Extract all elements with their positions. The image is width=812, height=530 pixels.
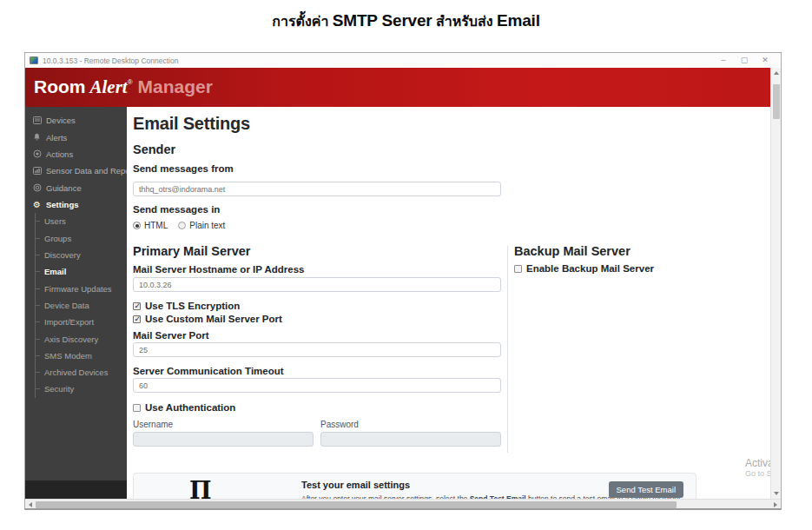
sender-heading: Sender bbox=[133, 142, 175, 156]
sidebar-subitem-device-data[interactable]: Device Data bbox=[36, 297, 127, 314]
sidebar-subitem-import-export[interactable]: Import/Export bbox=[36, 314, 127, 330]
sidebar-subitem-discovery[interactable]: Discovery bbox=[36, 247, 127, 263]
maximize-icon[interactable]: ▢ bbox=[734, 54, 755, 67]
window-titlebar: 10.0.3.153 - Remote Desktop Connection –… bbox=[25, 53, 781, 68]
subitem-label: Security bbox=[44, 384, 74, 394]
subitem-label: Import/Export bbox=[44, 317, 94, 327]
scroll-right-icon[interactable] bbox=[770, 500, 781, 509]
close-icon[interactable]: ✕ bbox=[755, 54, 776, 67]
host-input[interactable] bbox=[133, 277, 501, 292]
sidebar-item-actions[interactable]: Actions bbox=[25, 146, 127, 162]
alerts-icon bbox=[32, 133, 42, 142]
vertical-scrollbar-thumb[interactable] bbox=[773, 84, 780, 119]
subitem-label: Users bbox=[44, 216, 66, 226]
primary-mail-server-heading: Primary Mail Server bbox=[133, 244, 250, 258]
use-tls-checkbox[interactable]: Use TLS Encryption bbox=[133, 301, 240, 311]
sidebar: Devices Alerts Actions Sensor Data and R… bbox=[25, 107, 127, 499]
column-divider bbox=[507, 246, 508, 453]
scroll-up-icon[interactable] bbox=[771, 68, 782, 78]
checkbox-checked-icon[interactable] bbox=[133, 315, 141, 323]
brand-manager: Manager bbox=[138, 76, 213, 96]
sidebar-item-devices[interactable]: Devices bbox=[25, 112, 127, 129]
page-title-thai-2: สำหรับส่ง bbox=[432, 14, 498, 29]
sidebar-subitem-firmware-updates[interactable]: Firmware Updates bbox=[36, 281, 127, 297]
send-messages-from-label: Send messages from bbox=[133, 163, 234, 174]
sidebar-subitem-archived-devices[interactable]: Archived Devices bbox=[36, 364, 127, 381]
page-title-thai-1: การตั้งค่า bbox=[272, 14, 333, 29]
timeout-input[interactable] bbox=[133, 378, 501, 393]
reports-icon bbox=[32, 167, 42, 176]
sidebar-item-label: Guidance bbox=[46, 183, 82, 193]
radio-html[interactable]: HTML bbox=[133, 221, 168, 230]
scroll-left-icon[interactable] bbox=[25, 500, 36, 509]
subitem-label: Firmware Updates bbox=[44, 284, 112, 294]
send-messages-in-label: Send messages in bbox=[133, 204, 220, 215]
checkbox-unchecked-icon[interactable] bbox=[133, 404, 141, 412]
use-authentication-checkbox[interactable]: Use Authentication bbox=[133, 402, 235, 413]
watermark-line2: Go to Set bbox=[745, 469, 770, 478]
subitem-label: Axis Discovery bbox=[44, 335, 98, 344]
rdp-window: 10.0.3.153 - Remote Desktop Connection –… bbox=[24, 52, 782, 510]
backup-mail-server-heading: Backup Mail Server bbox=[514, 244, 630, 258]
brand-alert: Alert bbox=[90, 76, 128, 97]
page-heading: Email Settings bbox=[133, 114, 250, 134]
checkbox-unchecked-icon[interactable] bbox=[514, 265, 522, 273]
page-title-latin-2: Email bbox=[497, 11, 540, 30]
username-label: Username bbox=[133, 420, 173, 429]
sidebar-item-label: Sensor Data and Reports bbox=[46, 166, 127, 176]
use-tls-label: Use TLS Encryption bbox=[145, 301, 240, 311]
enable-backup-checkbox[interactable]: Enable Backup Mail Server bbox=[514, 263, 654, 274]
radio-html-label: HTML bbox=[144, 221, 168, 230]
send-test-email-button[interactable]: Send Test Email bbox=[609, 481, 683, 498]
sidebar-item-settings[interactable]: ⚙ Settings bbox=[25, 196, 127, 213]
rdp-icon bbox=[30, 56, 38, 64]
radio-plain-text[interactable]: Plain text bbox=[178, 221, 225, 230]
use-authentication-label: Use Authentication bbox=[145, 402, 235, 413]
window-title: 10.0.3.153 - Remote Desktop Connection bbox=[43, 56, 713, 65]
username-input[interactable] bbox=[133, 432, 314, 447]
port-label: Mail Server Port bbox=[133, 330, 209, 341]
horizontal-scrollbar-thumb[interactable] bbox=[36, 501, 677, 508]
devices-icon bbox=[32, 116, 42, 125]
host-label: Mail Server Hostname or IP Address bbox=[133, 264, 305, 275]
checkbox-checked-icon[interactable] bbox=[133, 302, 141, 310]
subitem-label: Email bbox=[44, 267, 66, 276]
sidebar-item-sensor-data-and-reports[interactable]: Sensor Data and Reports bbox=[25, 162, 127, 179]
sidebar-subitem-security[interactable]: Security bbox=[36, 381, 127, 397]
use-custom-port-label: Use Custom Mail Server Port bbox=[145, 314, 282, 324]
flask-icon: Π bbox=[189, 480, 212, 499]
horizontal-scrollbar[interactable] bbox=[25, 499, 781, 508]
password-input[interactable] bbox=[320, 432, 501, 447]
minimize-icon[interactable]: – bbox=[713, 54, 734, 67]
brand-room: Room bbox=[34, 76, 86, 96]
radio-unselected-icon[interactable] bbox=[178, 222, 186, 229]
sidebar-subitem-groups[interactable]: Groups bbox=[36, 230, 127, 247]
enable-backup-label: Enable Backup Mail Server bbox=[526, 263, 654, 274]
radio-selected-icon[interactable] bbox=[133, 222, 141, 229]
scroll-down-icon[interactable] bbox=[771, 488, 782, 499]
settings-subtree: Users Groups Discovery Email Firmware Up… bbox=[35, 213, 127, 397]
sidebar-item-label: Settings bbox=[46, 200, 78, 209]
send-messages-from-input[interactable] bbox=[133, 182, 501, 196]
subitem-label: Groups bbox=[44, 234, 71, 243]
settings-icon: ⚙ bbox=[32, 201, 42, 209]
app-logo: RoomAlert®Manager bbox=[34, 76, 213, 98]
sidebar-item-label: Alerts bbox=[46, 133, 67, 142]
port-input[interactable] bbox=[133, 342, 501, 357]
page-title: การตั้งค่า SMTP Server สำหรับส่ง Email bbox=[0, 10, 812, 32]
subitem-label: Archived Devices bbox=[44, 368, 108, 377]
sidebar-subitem-email[interactable]: Email bbox=[36, 263, 127, 280]
page-title-latin-1: SMTP Server bbox=[333, 11, 432, 30]
sidebar-subitem-sms-modem[interactable]: SMS Modem bbox=[36, 348, 127, 364]
brand-registered-mark: ® bbox=[128, 78, 133, 86]
sidebar-subitem-users[interactable]: Users bbox=[36, 213, 127, 229]
sidebar-item-alerts[interactable]: Alerts bbox=[25, 129, 127, 145]
sidebar-item-guidance[interactable]: Guidance bbox=[25, 180, 127, 196]
vertical-scrollbar[interactable] bbox=[770, 68, 781, 499]
use-custom-port-checkbox[interactable]: Use Custom Mail Server Port bbox=[133, 314, 282, 324]
test-heading: Test your email settings bbox=[301, 480, 410, 490]
guidance-icon bbox=[32, 183, 42, 192]
sidebar-subitem-axis-discovery[interactable]: Axis Discovery bbox=[36, 330, 127, 347]
radio-plain-text-label: Plain text bbox=[189, 221, 225, 230]
timeout-label: Server Communication Timeout bbox=[133, 366, 284, 376]
